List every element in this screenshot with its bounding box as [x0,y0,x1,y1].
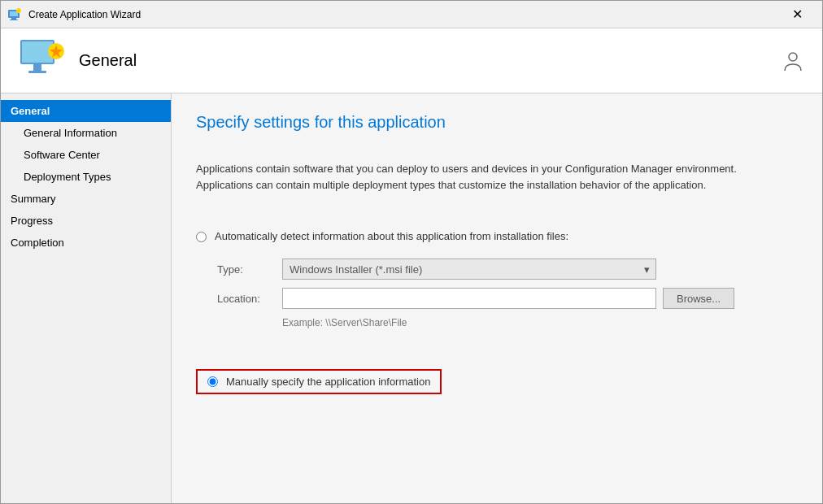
description-line1: Applications contain software that you c… [196,161,798,177]
manual-option-container: Manually specify the application informa… [196,369,442,394]
manual-option-section: Manually specify the application informa… [196,353,798,394]
type-select-wrapper: Windows Installer (*.msi file) [282,259,656,280]
auto-detect-radio[interactable] [196,232,207,242]
sidebar-item-completion[interactable]: Completion [1,232,171,254]
sidebar-item-summary[interactable]: Summary [1,188,171,210]
browse-button[interactable]: Browse... [663,288,734,309]
title-bar-icon: ! [7,7,22,22]
description-box: Applications contain software that you c… [196,148,798,206]
header-title: General [79,51,780,70]
type-row: Type: Windows Installer (*.msi file) [217,259,798,280]
svg-rect-9 [28,71,46,73]
location-input[interactable] [282,288,656,309]
type-select[interactable]: Windows Installer (*.msi file) [282,259,656,280]
main-area: General General Information Software Cen… [1,93,822,503]
auto-detect-option: Automatically detect information about t… [196,230,798,242]
sidebar-item-software-center[interactable]: Software Center [1,144,171,166]
sidebar-item-deployment-types[interactable]: Deployment Types [1,166,171,188]
location-row: Location: Browse... [217,288,798,309]
example-text: Example: \\Server\Share\File [282,317,798,328]
manual-specify-radio[interactable] [207,376,218,387]
sidebar-item-progress[interactable]: Progress [1,210,171,232]
header-area: General [1,28,822,93]
header-computer-icon [17,37,66,85]
form-fields: Type: Windows Installer (*.msi file) Loc… [217,259,798,328]
sidebar-item-general[interactable]: General [1,100,171,122]
svg-rect-8 [33,64,41,71]
application-window: ! Create Application Wizard ✕ General [0,0,823,504]
person-icon [780,48,806,74]
manual-specify-label[interactable]: Manually specify the application informa… [226,376,430,388]
content-title: Specify settings for this application [196,113,798,132]
title-bar: ! Create Application Wizard ✕ [1,1,822,28]
description-line2: Applications can contain multiple deploy… [196,177,798,193]
type-label: Type: [217,263,282,276]
title-bar-text: Create Application Wizard [28,9,778,20]
content-area: Specify settings for this application Ap… [172,93,822,503]
svg-rect-3 [10,20,18,20]
svg-rect-2 [11,18,16,20]
location-label: Location: [217,293,282,305]
sidebar-item-general-information[interactable]: General Information [1,122,171,144]
svg-point-12 [789,53,797,61]
close-button[interactable]: ✕ [778,1,816,28]
svg-rect-1 [10,11,18,16]
auto-detect-label[interactable]: Automatically detect information about t… [215,230,568,242]
sidebar: General General Information Software Cen… [1,93,172,503]
svg-text:!: ! [18,9,19,13]
